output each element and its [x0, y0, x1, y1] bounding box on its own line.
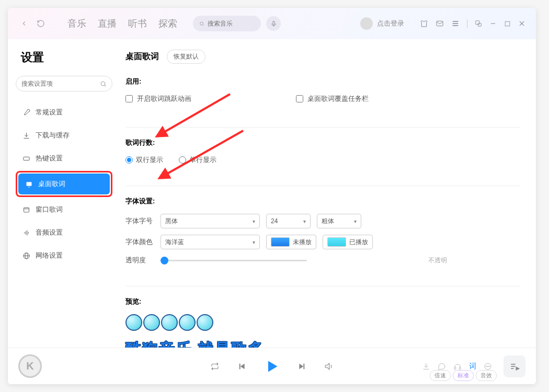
svg-marker-35 [241, 363, 245, 369]
nav-tab-music[interactable]: 音乐 [67, 17, 86, 30]
nav-tab-explore[interactable]: 探索 [158, 17, 177, 30]
playlist-queue-button[interactable] [504, 355, 525, 377]
page-title: 设置 [21, 50, 112, 65]
chevron-down-icon: ▾ [253, 239, 255, 245]
play-button[interactable] [265, 359, 279, 374]
font-weight-select[interactable]: 粗体 ▾ [317, 214, 361, 228]
select-value: 黑体 [165, 217, 178, 226]
swatch-label: 已播放 [349, 238, 368, 247]
radio-input[interactable] [125, 156, 133, 164]
svg-rect-4 [437, 21, 443, 26]
font-family-label: 字体字号 [125, 216, 154, 226]
checkbox-input[interactable] [296, 95, 303, 102]
font-family-select[interactable]: 黑体 ▾ [161, 214, 260, 228]
radio-input[interactable] [179, 156, 186, 164]
select-value: 粗体 [322, 217, 334, 226]
download-button[interactable] [422, 362, 430, 371]
sidebar-item-hotkey[interactable]: 热键设置 [16, 148, 112, 169]
voice-search-button[interactable] [266, 16, 281, 31]
sidebar-item-desktop-lyrics[interactable]: 桌面歌词 [18, 174, 110, 194]
pill-effect[interactable]: 音效 [476, 370, 497, 381]
nav-refresh-button[interactable] [35, 18, 47, 29]
font-size-select[interactable]: 24 ▾ [266, 214, 311, 228]
svg-line-15 [105, 85, 106, 86]
font-color-select[interactable]: 海洋蓝 ▾ [161, 235, 260, 249]
svg-marker-50 [516, 367, 519, 370]
loop-button[interactable] [210, 362, 220, 371]
radio-single-line[interactable]: 单行显示 [179, 155, 216, 165]
sidebar-item-label: 常规设置 [36, 108, 63, 117]
slider-thumb[interactable] [161, 257, 168, 264]
svg-rect-41 [454, 367, 456, 370]
lines-group-label: 歌词行数: [125, 138, 520, 147]
sidebar-item-network[interactable]: 网络设置 [16, 245, 112, 266]
unplayed-color-button[interactable]: 未播放 [266, 235, 316, 249]
color-swatch [271, 237, 290, 247]
font-group-label: 字体设置: [125, 197, 520, 206]
minimize-button[interactable] [489, 20, 497, 27]
divider [125, 286, 520, 286]
sound-effect-button[interactable] [453, 362, 462, 371]
swatch-label: 未播放 [293, 238, 312, 247]
login-button[interactable]: 点击登录 [360, 17, 404, 30]
globe-icon [22, 251, 30, 260]
checkbox-label: 开启歌词跳跃动画 [137, 94, 191, 103]
skin-button[interactable] [420, 19, 428, 28]
reset-defaults-button[interactable]: 恢复默认 [167, 50, 205, 64]
select-value: 24 [271, 217, 278, 225]
lyrics-toggle-button[interactable]: 词 [469, 362, 476, 371]
sidebar-item-label: 窗口歌词 [36, 205, 63, 214]
svg-rect-22 [24, 207, 29, 212]
svg-marker-21 [28, 187, 30, 188]
lyrics-icon [25, 180, 33, 188]
search-input[interactable] [208, 20, 255, 27]
svg-rect-16 [23, 157, 29, 160]
preview-label: 预览: [125, 297, 520, 306]
search-box[interactable] [193, 16, 261, 31]
nav-tab-audiobook[interactable]: 听书 [128, 17, 147, 30]
volume-button[interactable] [324, 362, 334, 371]
opacity-slider[interactable] [161, 260, 307, 261]
mic-icon [270, 20, 277, 27]
sidebar-item-audio[interactable]: 音频设置 [16, 222, 112, 243]
divider [125, 186, 520, 186]
svg-marker-37 [268, 361, 278, 372]
pill-speed[interactable]: 倍速 [430, 370, 451, 381]
maximize-button[interactable] [504, 20, 511, 27]
app-logo[interactable]: K [18, 354, 42, 378]
message-button[interactable] [436, 19, 444, 28]
checkbox-input[interactable] [125, 95, 133, 102]
pill-standard[interactable]: 标准 [453, 370, 474, 381]
queue-icon [509, 361, 520, 372]
chevron-down-icon: ▾ [303, 218, 306, 224]
settings-search-input[interactable] [21, 80, 100, 87]
close-button[interactable] [518, 20, 525, 27]
section-title: 桌面歌词 [125, 51, 159, 62]
comment-button[interactable] [438, 362, 446, 371]
svg-rect-39 [303, 363, 304, 369]
radio-double-line[interactable]: 双行显示 [125, 155, 163, 165]
topbar: 音乐 直播 听书 探索 点击登录 [8, 8, 536, 39]
settings-search[interactable] [16, 76, 112, 91]
checkbox-cover-taskbar[interactable]: 桌面歌词覆盖任务栏 [296, 94, 369, 103]
menu-button[interactable] [451, 19, 460, 28]
nav-tab-live[interactable]: 直播 [98, 17, 117, 30]
keyboard-icon [22, 154, 30, 163]
checkbox-jump-animation[interactable]: 开启歌词跳跃动画 [125, 94, 191, 103]
search-icon [199, 20, 204, 27]
svg-rect-8 [476, 21, 479, 25]
more-button[interactable] [484, 362, 492, 371]
next-button[interactable] [298, 362, 306, 371]
sidebar-item-window-lyrics[interactable]: 窗口歌词 [16, 199, 112, 220]
sidebar-item-download[interactable]: 下载与缓存 [16, 125, 112, 146]
prev-button[interactable] [238, 362, 246, 371]
download-icon [22, 131, 30, 140]
sidebar-item-label: 网络设置 [36, 251, 63, 260]
mini-mode-button[interactable] [475, 20, 482, 27]
svg-point-0 [200, 22, 203, 25]
played-color-button[interactable]: 已播放 [323, 235, 373, 249]
nav-back-button[interactable] [18, 18, 30, 29]
sidebar-item-general[interactable]: 常规设置 [16, 102, 112, 123]
enable-group-label: 启用: [125, 77, 520, 86]
content-area: 桌面歌词 恢复默认 启用: 开启歌词跳跃动画 桌面歌词覆盖任务栏 歌词行数: [120, 39, 536, 348]
